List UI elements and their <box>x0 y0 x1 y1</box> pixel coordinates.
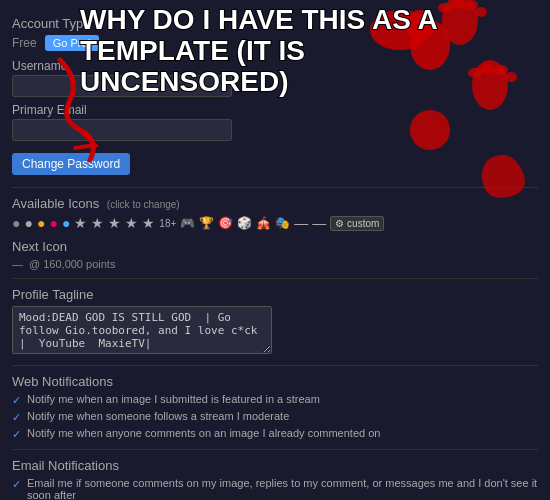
icon-dot-2[interactable]: ● <box>24 215 32 231</box>
next-icon-symbol: — <box>12 258 23 270</box>
icon-game-3[interactable]: 🎯 <box>218 216 233 230</box>
icon-dash-1[interactable]: — <box>294 215 308 231</box>
change-password-button[interactable]: Change Password <box>12 153 130 175</box>
icon-star-5[interactable]: ★ <box>142 215 155 231</box>
icon-dot-5[interactable]: ● <box>62 215 70 231</box>
icon-star-1[interactable]: ★ <box>74 215 87 231</box>
icon-game-1[interactable]: 🎮 <box>180 216 195 230</box>
icon-star-4[interactable]: ★ <box>125 215 138 231</box>
username-input[interactable] <box>12 75 232 97</box>
web-notifications-label: Web Notifications <box>12 374 538 389</box>
icon-game-6[interactable]: 🎭 <box>275 216 290 230</box>
icon-game-4[interactable]: 🎲 <box>237 216 252 230</box>
email-label: Primary Email <box>12 103 538 117</box>
icon-star-2[interactable]: ★ <box>91 215 104 231</box>
profile-tagline-label: Profile Tagline <box>12 287 538 302</box>
email-field-row: Primary Email <box>12 103 538 141</box>
web-notification-text-3: Notify me when anyone comments on an ima… <box>27 427 380 439</box>
account-type-label: Account Type <box>12 16 538 31</box>
username-field-row: Username <box>12 59 538 97</box>
icon-star-3[interactable]: ★ <box>108 215 121 231</box>
free-label: Free <box>12 36 37 50</box>
web-notification-text-2: Notify me when someone follows a stream … <box>27 410 289 422</box>
account-type-row: Free Go Pro! <box>12 35 538 51</box>
web-notification-2[interactable]: ✓ Notify me when someone follows a strea… <box>12 410 538 424</box>
icon-18plus[interactable]: 18+ <box>159 218 176 229</box>
icons-row: ● ● ● ● ● ★ ★ ★ ★ ★ 18+ 🎮 🏆 🎯 🎲 🎪 🎭 — — … <box>12 215 538 231</box>
web-notifications-section: Web Notifications ✓ Notify me when an im… <box>12 374 538 441</box>
go-pro-button[interactable]: Go Pro! <box>45 35 99 51</box>
email-notification-text-1: Email me if someone comments on my image… <box>27 477 538 500</box>
web-notification-1[interactable]: ✓ Notify me when an image I submitted is… <box>12 393 538 407</box>
check-icon-4: ✓ <box>12 478 21 491</box>
tagline-textarea[interactable] <box>12 306 272 354</box>
icon-game-5[interactable]: 🎪 <box>256 216 271 230</box>
email-input[interactable] <box>12 119 232 141</box>
next-icon-info: — @ 160,000 points <box>12 258 538 270</box>
web-notification-3[interactable]: ✓ Notify me when anyone comments on an i… <box>12 427 538 441</box>
icon-dot-1[interactable]: ● <box>12 215 20 231</box>
divider-1 <box>12 187 538 188</box>
custom-icon-badge[interactable]: ⚙ custom <box>330 216 384 231</box>
available-icons-section: Available Icons (click to change) ● ● ● … <box>12 196 538 231</box>
divider-3 <box>12 365 538 366</box>
click-to-change-hint: (click to change) <box>107 199 180 210</box>
username-label: Username <box>12 59 538 73</box>
web-notification-text-1: Notify me when an image I submitted is f… <box>27 393 320 405</box>
next-icon-label: Next Icon <box>12 239 538 254</box>
icon-dot-3[interactable]: ● <box>37 215 45 231</box>
profile-tagline-section: Profile Tagline <box>12 287 538 357</box>
check-icon-3: ✓ <box>12 428 21 441</box>
icon-game-2[interactable]: 🏆 <box>199 216 214 230</box>
email-notification-1[interactable]: ✓ Email me if someone comments on my ima… <box>12 477 538 500</box>
icon-dash-2[interactable]: — <box>312 215 326 231</box>
next-icon-section: Next Icon — @ 160,000 points <box>12 239 538 270</box>
divider-4 <box>12 449 538 450</box>
icon-dot-4[interactable]: ● <box>49 215 57 231</box>
check-icon-1: ✓ <box>12 394 21 407</box>
divider-2 <box>12 278 538 279</box>
next-icon-points: @ 160,000 points <box>29 258 115 270</box>
check-icon-2: ✓ <box>12 411 21 424</box>
email-notifications-label: Email Notifications <box>12 458 538 473</box>
available-icons-label: Available Icons (click to change) <box>12 196 538 211</box>
email-notifications-section: Email Notifications ✓ Email me if someon… <box>12 458 538 500</box>
